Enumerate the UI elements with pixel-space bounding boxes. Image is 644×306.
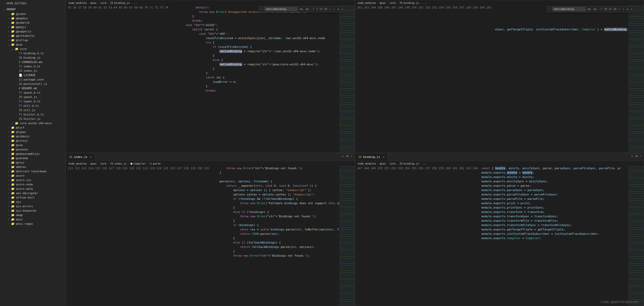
tree-item[interactable]: ›📁acorn — [0, 174, 65, 178]
tree-item[interactable]: ›📁acorn-node — [0, 182, 65, 187]
run-icon[interactable]: ▷ — [632, 154, 633, 158]
find-input[interactable] — [552, 7, 586, 11]
tree-item[interactable]: JSVisitor.js — [0, 117, 65, 121]
tree-item[interactable]: ›📁core-win32-x64-msvc — [0, 121, 65, 125]
tree-item[interactable]: ›📁affine-hull — [0, 195, 65, 200]
tree-item[interactable]: ›📁aes-decrypter — [0, 191, 65, 195]
match-case-icon[interactable]: Aa — [299, 8, 303, 11]
chevron-icon[interactable]: › — [260, 8, 263, 11]
sidebar[interactable]: ›OPEN EDITORS ⌄ONEMAP ›📁@jsdoc›📁@mapbox›… — [0, 0, 66, 306]
tree-item[interactable]: {}package.json — [0, 77, 65, 82]
tab-binding-js[interactable]: JSbinding.js✕ — [355, 153, 388, 161]
chevron-icon[interactable]: › — [548, 8, 551, 11]
find-input[interactable] — [264, 7, 298, 11]
workspace-header[interactable]: ⌄ONEMAP — [0, 7, 65, 12]
code-area[interactable]: 247 248 249 250 251 252 253 254 255 256 … — [355, 166, 644, 306]
tree-item[interactable]: JSindex.js — [0, 69, 65, 73]
tree-item[interactable]: ⌄📁@swc — [0, 42, 65, 47]
regex-icon[interactable]: .* — [599, 8, 603, 11]
find-widget[interactable]: › Aa ab .* 29 of 29 ↑ ↓ ≡ ✕ — [546, 6, 635, 12]
code-area[interactable]: 55 56 57 58 59 60 61 62 63 64 65 66 67 6… — [66, 5, 355, 153]
tree-item[interactable]: TSutil.d.ts — [0, 104, 65, 108]
tree-item[interactable]: ›📁ajv — [0, 200, 65, 204]
filter-icon[interactable]: ≡ — [337, 8, 339, 11]
tree-item[interactable]: ›📁@protobufjs — [0, 34, 65, 38]
tree-item[interactable]: ›📁ajv-errors — [0, 204, 65, 209]
tree-item[interactable]: ›📁acorn-walk — [0, 187, 65, 191]
minimap[interactable] — [628, 5, 644, 153]
more-icon[interactable]: ⋯ — [640, 154, 642, 158]
split-icon[interactable]: ⧉ — [346, 154, 348, 158]
tree-item[interactable]: TSindex.d.ts — [0, 64, 65, 69]
tree-item[interactable]: ›📁@vueuse — [0, 147, 65, 152]
tree-item[interactable]: ›📁ansi — [0, 217, 65, 222]
tree-item[interactable]: ›📁abstract-leveldown — [0, 169, 65, 174]
tree-item[interactable]: TStypes.d.ts — [0, 99, 65, 104]
tree-item[interactable]: #README.md — [0, 86, 65, 91]
breadcrumb[interactable]: node_modules› @swc› core› JSbinding.js› … — [355, 161, 644, 166]
code-lines[interactable]: eSync, getTargetTriple, initCustomTraceS… — [495, 5, 628, 153]
breadcrumb[interactable]: node_modules› @swc› core› JSbinding.js› … — [355, 0, 644, 5]
tree-item[interactable]: ›📁@types — [0, 130, 65, 134]
regex-icon[interactable]: .* — [311, 8, 315, 11]
tree-item[interactable]: TSspack.d.ts — [0, 91, 65, 95]
tree-item[interactable]: ›📁@vitejs — [0, 139, 65, 143]
match-word-icon[interactable]: ab — [593, 8, 597, 11]
open-editors-header[interactable]: ›OPEN EDITORS — [0, 0, 65, 7]
breadcrumb[interactable]: node_modules› @swc› core› JSbinding.js› … — [66, 0, 355, 5]
more-icon[interactable]: ⋯ — [351, 154, 352, 158]
tree-item[interactable]: JSutil.js — [0, 108, 65, 112]
tree-item[interactable]: ›📁@pkgjs — [0, 25, 65, 29]
close-icon[interactable]: ✕ — [383, 155, 384, 159]
close-icon[interactable]: ✕ — [90, 155, 92, 159]
tree-item[interactable]: ›📁@turf — [0, 125, 65, 130]
tree-item[interactable]: ›📁@rollup — [0, 38, 65, 42]
match-case-icon[interactable]: Aa — [587, 8, 591, 11]
tree-item[interactable]: JSbinding.js — [0, 56, 65, 60]
code-lines[interactable]: default: throw new Error(`Unsupported ar… — [172, 5, 339, 153]
code-area[interactable]: 111 112 113 114 115 116 117 118 119 120 … — [66, 166, 355, 306]
prev-match-icon[interactable]: ↑ — [618, 8, 621, 11]
watermark: CSDN @HAPPYFUNSIGHT — [601, 300, 639, 304]
tree-item[interactable]: ›📁acorn-jsx — [0, 178, 65, 182]
tree-item[interactable]: TSVisitor.d.ts — [0, 112, 65, 117]
minimap[interactable] — [628, 166, 644, 306]
tree-item[interactable]: ›📁@jsdoc — [0, 12, 65, 16]
gutter: 242 243 244 245 246 247 248 249 250 251 … — [355, 5, 495, 153]
match-word-icon[interactable]: ab — [305, 8, 309, 11]
tree-item[interactable]: ›📁ajv-keywords — [0, 209, 65, 213]
tree-item[interactable]: ›📁@popperjs — [0, 29, 65, 34]
prev-match-icon[interactable]: ↑ — [329, 8, 331, 11]
tree-item[interactable]: #CHANGELOG.md — [0, 60, 65, 64]
close-icon[interactable]: ✕ — [630, 8, 633, 11]
breadcrumb[interactable]: node_modules› @swc› core› JSindex.js› ⬢C… — [66, 161, 355, 166]
tree-item[interactable]: ›📁ansi-regex — [0, 222, 65, 226]
tree-item[interactable]: ›📁@webassemblyjs — [0, 152, 65, 156]
tree-item[interactable]: TSbinding.d.ts — [0, 51, 65, 56]
split-icon[interactable]: ⧉ — [636, 154, 638, 158]
tree-item[interactable]: ›📁@nodelib — [0, 21, 65, 25]
code-lines[interactable]: throw new Error("str">'Bindings not foun… — [213, 166, 339, 306]
run-icon[interactable]: ▷ — [342, 154, 344, 158]
tree-item[interactable]: ›📁@videojs — [0, 134, 65, 139]
close-icon[interactable]: ✕ — [341, 8, 344, 11]
tree-item[interactable]: 📄LICENSE — [0, 73, 65, 77]
tree-item[interactable]: JSpostinstall.js — [0, 82, 65, 86]
code-area[interactable]: 242 243 244 245 246 247 248 249 250 251 … — [355, 5, 644, 153]
tree-item[interactable]: ›📁@vue — [0, 143, 65, 147]
minimap[interactable] — [339, 5, 355, 153]
tree-item[interactable]: ›📁@mapbox — [0, 16, 65, 21]
next-match-icon[interactable]: ↓ — [333, 8, 335, 11]
tree-item[interactable]: ›📁abbrev — [0, 165, 65, 169]
tree-item[interactable]: JSspack.js — [0, 95, 65, 99]
find-widget[interactable]: › Aa ab .* 7 of 29 ↑ ↓ ≡ ✕ — [259, 6, 345, 12]
minimap[interactable] — [339, 166, 355, 306]
tree-item[interactable]: ⌄📁core — [0, 47, 65, 51]
tab-index-js[interactable]: JSindex.js✕ — [66, 153, 95, 161]
next-match-icon[interactable]: ↓ — [622, 8, 625, 11]
tree-item[interactable]: ›📁@xtuc — [0, 160, 65, 165]
filter-icon[interactable]: ≡ — [626, 8, 629, 11]
tree-item[interactable]: ›📁@xmldom — [0, 156, 65, 160]
tree-item[interactable]: ›📁amqp — [0, 213, 65, 217]
code-lines[interactable]: const { bundle, minify, minifySync, pars… — [482, 166, 628, 306]
